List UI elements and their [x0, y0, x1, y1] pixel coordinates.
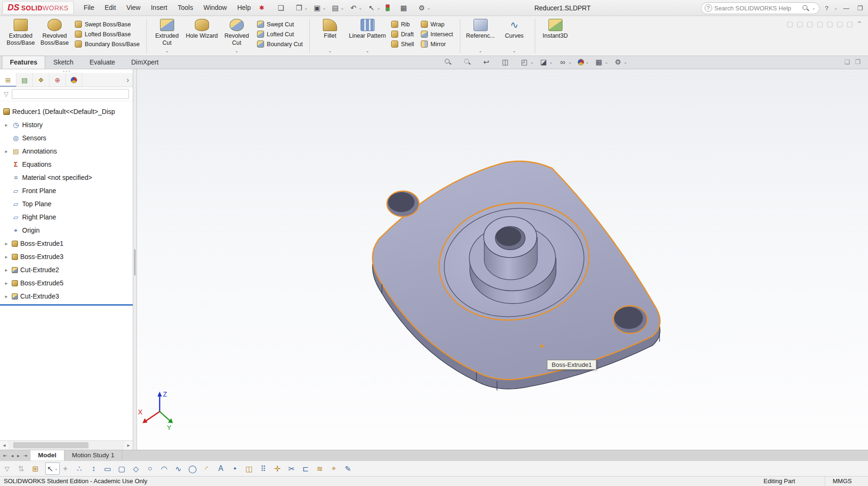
sketch-tool-button[interactable]: ◜ ⌄	[202, 462, 215, 475]
sketch-tool-button[interactable]: ⊞ ⌄	[31, 462, 44, 475]
tree-item[interactable]: ▸ Boss-Extrude1	[0, 237, 133, 250]
rib-button[interactable]: Rib	[391, 21, 414, 28]
swept-boss-base-button[interactable]: Swept Boss/Base	[75, 21, 140, 28]
expand-arrow-icon[interactable]: ▸	[3, 122, 9, 128]
dropdown-caret-icon[interactable]: ⌄	[366, 49, 370, 54]
sketch-tool-button[interactable]: ○ ⌄	[146, 462, 159, 475]
headsup-button[interactable]: ⌄	[577, 58, 590, 66]
dropdown-caret-icon[interactable]: ⌄	[604, 60, 608, 65]
extruded-boss-base-button[interactable]: Extruded Boss/Base	[4, 17, 38, 55]
tree-item[interactable]: ▸ ▤ Annotations	[0, 145, 133, 158]
panel-tab[interactable]: ❖	[33, 73, 49, 87]
sketch-tool-button[interactable]: ✂ ⌄	[287, 462, 300, 475]
sketch-tool-button[interactable]: A ⌄	[217, 462, 229, 475]
tree-item[interactable]: ▸ ▱ Front Plane	[0, 184, 133, 197]
pin-menu-icon[interactable]: ✱	[259, 4, 265, 11]
sketch-tool-button[interactable]: ▽ ⌄	[3, 462, 16, 475]
shell-button[interactable]: Shell	[391, 40, 414, 48]
tab-scroll-start-icon[interactable]: ⇤	[1, 453, 9, 458]
tree-item[interactable]: ▸ ◎ Sensors	[0, 131, 133, 145]
sketch-tool-button[interactable]: ✛ ⌄	[273, 462, 286, 475]
expand-arrow-icon[interactable]: ▸	[3, 148, 9, 154]
dropdown-caret-icon[interactable]: ⌄	[235, 49, 239, 54]
headsup-button[interactable]: ◰ ⌄	[519, 57, 535, 67]
boundary-cut-button[interactable]: Boundary Cut	[257, 40, 303, 48]
dropdown-caret-icon[interactable]: ⌄	[513, 49, 516, 54]
swept-cut-button[interactable]: Swept Cut	[257, 21, 303, 28]
document-tab[interactable]: Motion Study 1	[64, 450, 122, 461]
menu-item[interactable]: File	[79, 0, 100, 16]
model-canvas[interactable]: Z X Y	[137, 69, 868, 450]
panel-tab[interactable]: ⊕	[49, 73, 66, 87]
dropdown-caret-icon[interactable]: ⌄	[568, 60, 572, 65]
panel-tab[interactable]: ▤	[16, 73, 33, 87]
scrollbar-track[interactable]	[8, 441, 124, 450]
menu-item[interactable]: Edit	[99, 0, 121, 16]
headsup-button[interactable]: ◫ ⌄	[500, 57, 516, 67]
revolved-boss-base-button[interactable]: Revolved Boss/Base	[38, 17, 72, 55]
sketch-tool-button[interactable]: ◠ ⌄	[160, 462, 173, 475]
panel-tab[interactable]	[66, 73, 82, 87]
menu-item[interactable]: View	[121, 0, 145, 16]
expand-arrow-icon[interactable]: ▸	[3, 241, 9, 247]
quick-tool-button[interactable]: ↶ ⌄	[347, 2, 365, 14]
tab-scroll-end-icon[interactable]: ⇥	[21, 453, 29, 458]
expand-arrow-icon[interactable]: ▸	[3, 254, 9, 260]
flyout-arrow-icon[interactable]: ›	[123, 73, 133, 87]
sketch-tool-button[interactable]: ⇅ ⌄	[17, 462, 30, 475]
quick-tool-button[interactable]: ↖ ⌄	[365, 2, 383, 14]
quick-tool-button[interactable]: ⚙ ⌄	[415, 2, 433, 14]
tree-item[interactable]: ▸ ≡ Material <not specified>	[0, 171, 133, 184]
sketch-tool-button[interactable]: ✦ ⌄	[61, 462, 74, 475]
tree-filter-input[interactable]	[12, 89, 129, 99]
hs-left-icon[interactable]: ◂	[0, 442, 8, 448]
hole-wizard-button[interactable]: Hole Wizard	[184, 17, 220, 55]
tree-item[interactable]: ▸ Σ Equations	[0, 158, 133, 171]
sketch-tool-button[interactable]: ◯ ⌄	[188, 462, 201, 475]
rollback-bar[interactable]	[0, 304, 133, 306]
dropdown-caret-icon[interactable]: ⌄	[834, 6, 838, 10]
float-pane-icon[interactable]: ❏	[844, 58, 850, 65]
dropdown-caret-icon[interactable]: ⌄	[427, 6, 431, 10]
quick-tool-button[interactable]: ❏ ⌄	[274, 2, 292, 14]
reference-geometry-button[interactable]: Referenc... ⌄	[464, 17, 498, 55]
dropdown-caret-icon[interactable]: ⌄	[479, 49, 482, 54]
headsup-button[interactable]: ⚙ ⌄	[613, 57, 628, 67]
sketch-tool-button[interactable]: ⌖ ⌄	[330, 462, 342, 475]
sketch-tool-button[interactable]: ∴ ⌄	[75, 462, 88, 475]
menu-item[interactable]: Tools	[172, 0, 198, 16]
tab-scroll-left-icon[interactable]: ◂	[9, 453, 15, 458]
linear-pattern-button[interactable]: Linear Pattern ⌄	[347, 17, 388, 55]
sketch-tool-button[interactable]: ▭ ⌄	[104, 462, 116, 475]
dropdown-caret-icon[interactable]: ⌄	[530, 60, 534, 65]
fillet-button[interactable]: Fillet ⌄	[313, 17, 347, 55]
sketch-tool-button[interactable]: ∿ ⌄	[174, 462, 187, 475]
search-icon[interactable]	[802, 4, 810, 12]
dropdown-caret-icon[interactable]: ⌄	[812, 6, 816, 10]
tree-item[interactable]: ▸ ⌖ Origin	[0, 224, 133, 237]
headsup-button[interactable]: ◪ ⌄	[538, 57, 554, 67]
tree-item[interactable]: ▸ ◷ History	[0, 118, 133, 131]
solidworks-logo[interactable]: DS SOLID WORKS	[2, 1, 74, 15]
command-tab[interactable]: Evaluate	[81, 56, 123, 69]
sketch-tool-button[interactable]: ▢ ⌄	[118, 462, 130, 475]
expand-arrow-icon[interactable]: ▸	[3, 280, 9, 286]
tree-item[interactable]: ▸ ▱ Top Plane	[0, 197, 133, 211]
menu-item[interactable]: Insert	[145, 0, 172, 16]
dropdown-caret-icon[interactable]: ⌄	[359, 6, 362, 10]
sketch-tool-button[interactable]: ⊏ ⌄	[301, 462, 314, 475]
tree-item[interactable]: ▸ Boss-Extrude5	[0, 276, 133, 290]
quick-tool-button[interactable]: ▣ ⌄	[311, 2, 329, 14]
mirror-button[interactable]: Mirror	[421, 40, 453, 48]
scrollbar-thumb[interactable]	[13, 442, 88, 448]
intersect-button[interactable]: Intersect	[421, 31, 453, 38]
headsup-button[interactable]: ⌄	[462, 57, 478, 67]
tree-root-item[interactable]: Reducer1 (Default<<Default>_Disp	[0, 105, 133, 118]
dropdown-caret-icon[interactable]: ⌄	[322, 6, 326, 10]
dropdown-caret-icon[interactable]: ⌄	[377, 6, 380, 10]
maximize-pane-icon[interactable]: ❐	[855, 58, 860, 65]
draft-button[interactable]: Draft	[391, 31, 414, 38]
sketch-tool-button[interactable]: ↖ ⌄	[45, 462, 60, 475]
extruded-cut-button[interactable]: Extruded Cut ⌄	[150, 17, 184, 55]
dropdown-caret-icon[interactable]: ⌄	[586, 60, 589, 65]
